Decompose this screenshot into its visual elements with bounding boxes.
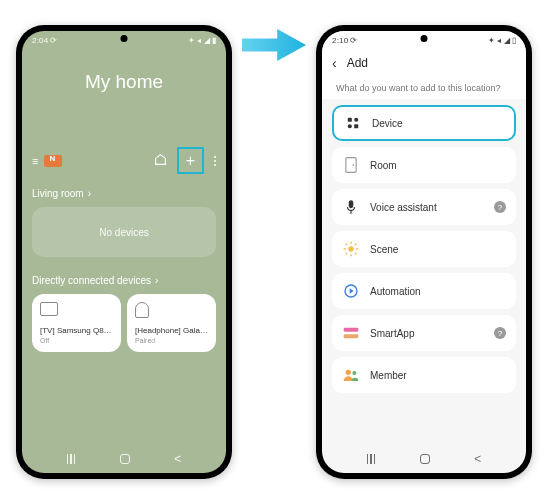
- nav-bar: <: [22, 447, 226, 471]
- svg-rect-4: [354, 124, 358, 128]
- svg-point-9: [348, 246, 353, 251]
- status-time: 2:10: [332, 36, 348, 45]
- add-item-label: Voice assistant: [370, 202, 494, 213]
- svg-rect-21: [344, 334, 359, 338]
- add-item-label: Member: [370, 370, 506, 381]
- headphone-icon: [135, 302, 149, 318]
- page-title: My home: [32, 71, 216, 93]
- nav-home[interactable]: [420, 454, 430, 464]
- chevron-right-icon: ›: [155, 275, 158, 286]
- lines-icon[interactable]: ≡: [32, 155, 38, 167]
- smartapp-icon: [342, 327, 360, 339]
- member-icon: [342, 368, 360, 382]
- chevron-right-icon: ›: [88, 188, 91, 199]
- add-item-label: Device: [372, 118, 504, 129]
- scene-icon: [342, 241, 360, 257]
- nav-back[interactable]: <: [474, 452, 481, 466]
- svg-point-23: [352, 371, 356, 375]
- back-button[interactable]: ‹: [332, 55, 337, 71]
- svg-rect-20: [344, 328, 359, 332]
- header-title: Add: [347, 56, 368, 70]
- nav-back[interactable]: <: [174, 452, 181, 466]
- nav-home[interactable]: [120, 454, 130, 464]
- svg-rect-5: [346, 158, 356, 173]
- device-icon: [344, 116, 362, 130]
- status-time: 2:04: [32, 36, 48, 45]
- directly-section-header[interactable]: Directly connected devices ›: [32, 275, 216, 286]
- automation-icon: [342, 283, 360, 299]
- voice-assistant-icon: [342, 199, 360, 215]
- svg-line-15: [355, 253, 356, 254]
- arrow-right-icon: [242, 25, 306, 65]
- room-section-header[interactable]: Living room ›: [32, 188, 216, 199]
- front-camera: [121, 35, 128, 42]
- phone-right: 2:10⟳ ✦◂◢▯ ‹ Add What do you want to add…: [316, 25, 532, 479]
- add-item-label: SmartApp: [370, 328, 494, 339]
- subheading: What do you want to add to this location…: [322, 75, 526, 99]
- svg-line-17: [355, 244, 356, 245]
- add-item-automation[interactable]: Automation: [332, 273, 516, 309]
- header: ‹ Add: [322, 49, 526, 75]
- svg-rect-3: [348, 124, 352, 128]
- svg-rect-7: [349, 200, 354, 208]
- front-camera: [421, 35, 428, 42]
- svg-line-16: [346, 253, 347, 254]
- add-item-scene[interactable]: Scene: [332, 231, 516, 267]
- add-button[interactable]: +: [177, 147, 204, 174]
- phone-left: 2:04⟳ ✦◂◢▮ My home ≡ +: [16, 25, 232, 479]
- svg-marker-0: [242, 29, 306, 61]
- device-card-headphone[interactable]: [Headphone] Galaxy … Paired: [127, 294, 216, 352]
- add-item-member[interactable]: Member: [332, 357, 516, 393]
- room-icon: [342, 157, 360, 173]
- device-card-tv[interactable]: [TV] Samsung Q800 … Off: [32, 294, 121, 352]
- nav-bar: <: [322, 447, 526, 471]
- svg-line-14: [346, 244, 347, 245]
- tv-icon: [40, 302, 58, 316]
- add-item-label: Room: [370, 160, 506, 171]
- add-item-room[interactable]: Room: [332, 147, 516, 183]
- nav-recent[interactable]: [67, 454, 76, 464]
- plus-icon: +: [186, 153, 195, 169]
- add-item-voice-assistant[interactable]: Voice assistant?: [332, 189, 516, 225]
- more-icon[interactable]: [214, 156, 216, 166]
- add-item-smartapp[interactable]: SmartApp?: [332, 315, 516, 351]
- svg-rect-1: [348, 118, 352, 122]
- svg-marker-19: [350, 288, 354, 293]
- svg-point-6: [352, 164, 354, 166]
- add-item-label: Automation: [370, 286, 506, 297]
- home-icon[interactable]: [154, 153, 167, 169]
- notification-badge[interactable]: [44, 155, 62, 167]
- nav-recent[interactable]: [367, 454, 376, 464]
- no-devices-card[interactable]: No devices: [32, 207, 216, 257]
- svg-point-22: [346, 370, 351, 375]
- add-item-label: Scene: [370, 244, 506, 255]
- add-item-device[interactable]: Device: [332, 105, 516, 141]
- help-icon[interactable]: ?: [494, 201, 506, 213]
- help-icon[interactable]: ?: [494, 327, 506, 339]
- transition-arrow: [232, 25, 316, 65]
- svg-rect-2: [354, 118, 358, 122]
